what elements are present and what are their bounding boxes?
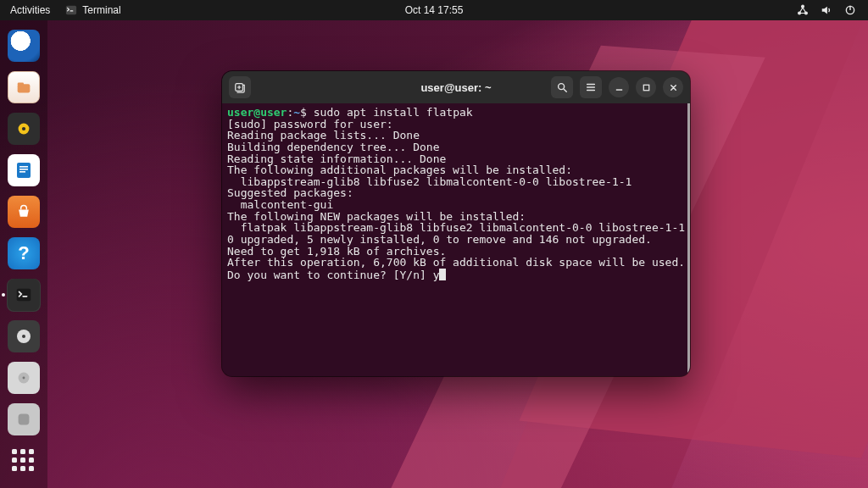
terminal-output: user@user:~$ sudo apt install flatpak [s… <box>222 103 687 281</box>
svg-point-2 <box>798 12 801 14</box>
volume-icon[interactable] <box>821 4 832 16</box>
svg-rect-13 <box>19 171 25 173</box>
terminal-window: user@user: ~ user@user:~$ sudo apt insta… <box>222 71 690 376</box>
dock-app-thunderbird[interactable] <box>7 29 41 62</box>
rhythmbox-icon <box>8 113 40 145</box>
dock-app-writer[interactable] <box>7 153 41 186</box>
disk-utility-icon <box>8 362 40 394</box>
hamburger-button[interactable] <box>580 76 602 98</box>
app-menu[interactable]: Terminal <box>65 4 120 16</box>
minimize-button[interactable] <box>609 77 629 97</box>
network-icon[interactable] <box>797 4 809 16</box>
svg-rect-10 <box>17 163 31 178</box>
top-panel: Activities Terminal Oct 14 17:55 <box>0 0 868 20</box>
power-icon[interactable] <box>844 4 856 16</box>
maximize-button[interactable] <box>636 77 656 97</box>
software-icon <box>8 196 40 228</box>
svg-rect-23 <box>643 85 648 90</box>
running-indicator <box>2 293 5 297</box>
svg-point-16 <box>22 335 25 338</box>
terminal-viewport[interactable]: user@user:~$ sudo apt install flatpak [s… <box>222 103 690 376</box>
svg-point-9 <box>22 127 25 130</box>
svg-rect-7 <box>18 82 24 86</box>
activities-label: Activities <box>10 4 50 16</box>
device-icon <box>8 403 40 435</box>
libreoffice-writer-icon <box>8 154 40 186</box>
close-button[interactable] <box>663 77 683 97</box>
activities-button[interactable]: Activities <box>10 4 50 16</box>
svg-point-21 <box>559 84 565 90</box>
disc-icon <box>8 320 40 352</box>
apps-grid-icon <box>12 449 36 473</box>
search-button[interactable] <box>551 76 573 98</box>
terminal-small-icon <box>65 4 77 16</box>
window-title: user@user: ~ <box>420 81 491 94</box>
close-icon <box>669 83 678 92</box>
terminal-icon <box>8 279 40 311</box>
files-icon <box>8 71 40 103</box>
thunderbird-icon <box>8 30 40 62</box>
dock-app-rhythmbox[interactable] <box>7 112 41 145</box>
svg-rect-12 <box>19 169 28 170</box>
clock[interactable]: Oct 14 17:55 <box>405 4 464 16</box>
dock-app-files[interactable] <box>7 70 41 103</box>
svg-rect-19 <box>19 414 30 425</box>
dock-app-device[interactable] <box>7 403 41 436</box>
app-menu-label: Terminal <box>82 4 120 16</box>
svg-rect-22 <box>615 89 621 90</box>
maximize-icon <box>642 83 651 92</box>
new-tab-icon <box>234 81 246 93</box>
minimize-icon <box>615 83 624 92</box>
dock-app-help[interactable]: ? <box>7 236 41 269</box>
show-applications[interactable] <box>7 445 41 478</box>
svg-rect-11 <box>19 166 28 168</box>
dock-app-terminal[interactable] <box>7 279 41 312</box>
svg-rect-5 <box>849 6 850 10</box>
dock-app-software[interactable] <box>7 195 41 228</box>
hamburger-icon <box>585 81 597 93</box>
svg-point-3 <box>805 12 808 14</box>
window-titlebar[interactable]: user@user: ~ <box>222 71 690 103</box>
svg-rect-14 <box>17 289 31 302</box>
dock-app-disc[interactable] <box>7 320 41 353</box>
search-icon <box>556 81 568 93</box>
dock-app-disks[interactable] <box>7 362 41 395</box>
dock: ? <box>0 20 47 488</box>
svg-point-18 <box>23 377 25 380</box>
svg-point-1 <box>802 5 804 8</box>
help-icon: ? <box>8 237 40 269</box>
new-tab-button[interactable] <box>229 76 251 98</box>
